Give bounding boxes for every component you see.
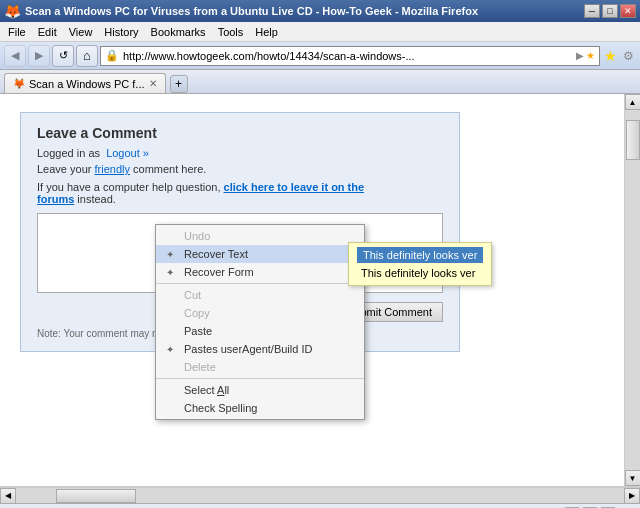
ctx-cut-label: Cut [184, 289, 201, 301]
menu-bookmarks[interactable]: Bookmarks [145, 24, 212, 40]
paste-icon [162, 323, 178, 339]
vertical-scrollbar[interactable]: ▲ ▼ [624, 94, 640, 486]
address-bar[interactable]: 🔒 ▶ ★ [100, 46, 600, 66]
tab-label: Scan a Windows PC f... [29, 78, 145, 90]
close-tab-button[interactable]: ✕ [149, 78, 157, 89]
url-input[interactable] [123, 50, 572, 62]
menu-bar: File Edit View History Bookmarks Tools H… [0, 22, 640, 42]
new-tab-button[interactable]: + [170, 75, 188, 93]
logout-link[interactable]: Logout » [106, 147, 149, 159]
ctx-undo[interactable]: Undo [156, 227, 364, 245]
horizontal-scrollbar[interactable]: ◀ ▶ [0, 487, 640, 503]
scroll-track[interactable] [625, 110, 640, 470]
menu-tools[interactable]: Tools [212, 24, 250, 40]
paste-ua-icon: ✦ [162, 341, 178, 357]
close-button[interactable]: ✕ [620, 4, 636, 18]
forward-button[interactable]: ▶ [28, 45, 50, 67]
forum-suffix: instead. [77, 193, 116, 205]
scroll-left-button[interactable]: ◀ [0, 488, 16, 504]
recover-text-icon: ✦ [162, 246, 178, 262]
minimize-button[interactable]: ─ [584, 4, 600, 18]
submenu-item-2[interactable]: This definitely looks ver [357, 265, 483, 281]
page-content: Leave a Comment Logged in as Logout » Le… [0, 94, 640, 486]
ctx-copy-label: Copy [184, 307, 210, 319]
forum-notice-text: If you have a computer help question, [37, 181, 220, 193]
recover-text-submenu: This definitely looks ver This definitel… [348, 242, 492, 286]
star-icon: ★ [586, 50, 595, 61]
ctx-undo-label: Undo [184, 230, 210, 242]
menu-view[interactable]: View [63, 24, 99, 40]
h-scroll-thumb[interactable] [56, 489, 136, 503]
ctx-recover-text[interactable]: ✦ Recover Text ▶ [156, 245, 364, 263]
ctx-paste-label: Paste [184, 325, 212, 337]
ctx-delete[interactable]: Delete [156, 358, 364, 376]
title-bar: 🦊 Scan a Windows PC for Viruses from a U… [0, 0, 640, 22]
home-button[interactable]: ⌂ [76, 45, 98, 67]
ctx-paste-ua-label: Pastes userAgent/Build ID [184, 343, 312, 355]
reload-button[interactable]: ↺ [52, 45, 74, 67]
ctx-select-all-label: Select All [184, 384, 229, 396]
ctx-paste[interactable]: Paste [156, 322, 364, 340]
menu-history[interactable]: History [98, 24, 144, 40]
comment-title: Leave a Comment [37, 125, 443, 141]
copy-icon [162, 305, 178, 321]
nav-bar: ◀ ▶ ↺ ⌂ 🔒 ▶ ★ ★ ⚙ [0, 42, 640, 70]
h-scrollbar-container: ◀ ▶ [0, 486, 640, 503]
nav-extra-icons: ★ ⚙ [602, 48, 636, 64]
ctx-copy[interactable]: Copy [156, 304, 364, 322]
scroll-down-button[interactable]: ▼ [625, 470, 641, 486]
ctx-select-all[interactable]: Select All [156, 381, 364, 399]
leave-label: Leave your [37, 163, 91, 175]
comment-here-label: comment here. [133, 163, 206, 175]
delete-icon [162, 359, 178, 375]
maximize-button[interactable]: □ [602, 4, 618, 18]
browser-content: Leave a Comment Logged in as Logout » Le… [0, 94, 640, 486]
ctx-recover-form-label: Recover Form [184, 266, 254, 278]
h-scroll-track[interactable] [16, 488, 624, 503]
scroll-up-button[interactable]: ▲ [625, 94, 641, 110]
ctx-recover-form[interactable]: ✦ Recover Form [156, 263, 364, 281]
menu-help[interactable]: Help [249, 24, 284, 40]
tab-icon: 🦊 [13, 78, 25, 89]
submenu-item-1[interactable]: This definitely looks ver [357, 247, 483, 263]
ctx-check-spelling-label: Check Spelling [184, 402, 257, 414]
firefox-icon: 🦊 [4, 3, 21, 19]
cut-icon [162, 287, 178, 303]
ctx-paste-useragent[interactable]: ✦ Pastes userAgent/Build ID [156, 340, 364, 358]
select-all-icon [162, 382, 178, 398]
scroll-thumb[interactable] [626, 120, 640, 160]
logged-in-row: Logged in as Logout » [37, 147, 443, 159]
recover-form-icon: ✦ [162, 264, 178, 280]
ctx-check-spelling[interactable]: Check Spelling [156, 399, 364, 417]
window-controls: ─ □ ✕ [584, 4, 636, 18]
ctx-delete-label: Delete [184, 361, 216, 373]
menu-file[interactable]: File [2, 24, 32, 40]
tab-bar: 🦊 Scan a Windows PC f... ✕ + [0, 70, 640, 94]
logged-as-label: Logged in as [37, 147, 100, 159]
lock-icon: 🔒 [105, 49, 119, 62]
status-bar: Done ● + ⚙ ⊿ [0, 503, 640, 508]
friendly-link[interactable]: friendly [95, 163, 130, 175]
check-spelling-icon [162, 400, 178, 416]
back-button[interactable]: ◀ [4, 45, 26, 67]
window-title: Scan a Windows PC for Viruses from a Ubu… [25, 5, 580, 17]
ctx-cut[interactable]: Cut [156, 286, 364, 304]
addon-icon[interactable]: ⚙ [620, 48, 636, 64]
menu-edit[interactable]: Edit [32, 24, 63, 40]
ctx-divider-2 [156, 378, 364, 379]
ctx-divider-1 [156, 283, 364, 284]
forum-notice: If you have a computer help question, cl… [37, 181, 443, 205]
ctx-recover-text-label: Recover Text [184, 248, 248, 260]
scroll-right-button[interactable]: ▶ [624, 488, 640, 504]
context-menu: Undo ✦ Recover Text ▶ ✦ Recover Form Cut… [155, 224, 365, 420]
bookmark-star-icon[interactable]: ★ [602, 48, 618, 64]
friendly-row: Leave your friendly comment here. [37, 163, 443, 175]
rss-icon: ▶ [576, 50, 584, 61]
undo-icon [162, 228, 178, 244]
active-tab[interactable]: 🦊 Scan a Windows PC f... ✕ [4, 73, 166, 93]
